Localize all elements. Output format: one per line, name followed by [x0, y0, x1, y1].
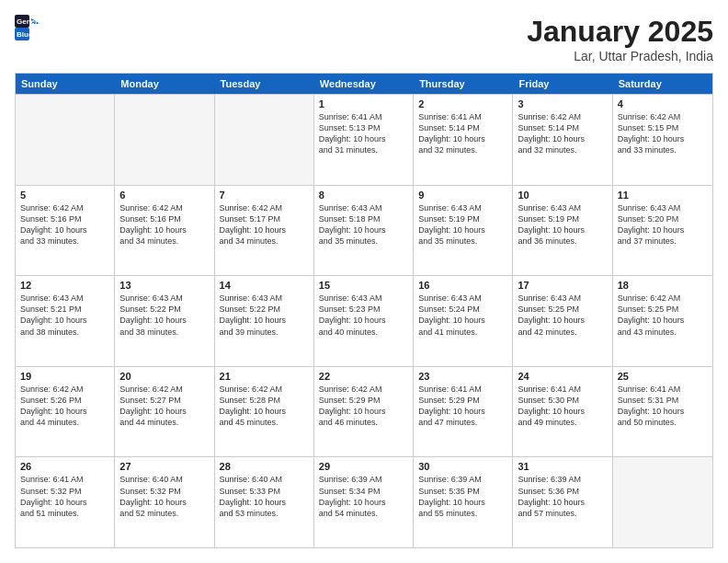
day-info: Sunrise: 6:43 AM Sunset: 5:23 PM Dayligh…	[319, 293, 408, 338]
day-number: 29	[319, 461, 408, 472]
day-info: Sunrise: 6:42 AM Sunset: 5:26 PM Dayligh…	[20, 384, 109, 429]
day-number: 10	[518, 190, 607, 201]
day-number: 30	[418, 461, 507, 472]
day-info: Sunrise: 6:41 AM Sunset: 5:32 PM Dayligh…	[20, 474, 109, 519]
day-info: Sunrise: 6:42 AM Sunset: 5:25 PM Dayligh…	[618, 293, 708, 338]
day-info: Sunrise: 6:43 AM Sunset: 5:21 PM Dayligh…	[20, 293, 109, 338]
day-info: Sunrise: 6:43 AM Sunset: 5:22 PM Dayligh…	[220, 293, 309, 338]
day-cell-15: 15Sunrise: 6:43 AM Sunset: 5:23 PM Dayli…	[314, 276, 414, 366]
day-cell-16: 16Sunrise: 6:43 AM Sunset: 5:24 PM Dayli…	[414, 276, 513, 366]
day-number: 8	[319, 190, 408, 201]
day-cell-20: 20Sunrise: 6:42 AM Sunset: 5:27 PM Dayli…	[115, 367, 214, 457]
day-number: 18	[618, 280, 708, 291]
day-number: 17	[518, 280, 607, 291]
day-info: Sunrise: 6:41 AM Sunset: 5:30 PM Dayligh…	[518, 384, 607, 429]
day-number: 23	[418, 371, 507, 382]
header-day-tuesday: Tuesday	[215, 74, 314, 94]
day-cell-11: 11Sunrise: 6:43 AM Sunset: 5:20 PM Dayli…	[613, 186, 712, 276]
day-number: 1	[319, 98, 408, 109]
day-cell-7: 7Sunrise: 6:42 AM Sunset: 5:17 PM Daylig…	[215, 186, 314, 276]
day-number: 27	[119, 461, 209, 472]
day-info: Sunrise: 6:43 AM Sunset: 5:19 PM Dayligh…	[518, 202, 607, 247]
day-info: Sunrise: 6:41 AM Sunset: 5:29 PM Dayligh…	[418, 384, 507, 429]
day-cell-6: 6Sunrise: 6:42 AM Sunset: 5:16 PM Daylig…	[115, 186, 214, 276]
calendar: SundayMondayTuesdayWednesdayThursdayFrid…	[15, 73, 713, 548]
day-info: Sunrise: 6:42 AM Sunset: 5:16 PM Dayligh…	[20, 202, 109, 247]
day-info: Sunrise: 6:42 AM Sunset: 5:15 PM Dayligh…	[618, 111, 708, 156]
svg-text:General: General	[17, 17, 44, 26]
day-info: Sunrise: 6:43 AM Sunset: 5:19 PM Dayligh…	[418, 202, 507, 247]
month-title: January 2025	[527, 15, 713, 49]
day-cell-10: 10Sunrise: 6:43 AM Sunset: 5:19 PM Dayli…	[513, 186, 612, 276]
day-info: Sunrise: 6:42 AM Sunset: 5:28 PM Dayligh…	[220, 384, 309, 429]
header-day-monday: Monday	[115, 74, 214, 94]
day-cell-25: 25Sunrise: 6:41 AM Sunset: 5:31 PM Dayli…	[613, 367, 712, 457]
day-info: Sunrise: 6:43 AM Sunset: 5:18 PM Dayligh…	[319, 202, 408, 247]
day-cell-13: 13Sunrise: 6:43 AM Sunset: 5:22 PM Dayli…	[115, 276, 214, 366]
calendar-body: 1Sunrise: 6:41 AM Sunset: 5:13 PM Daylig…	[16, 94, 712, 547]
day-cell-2: 2Sunrise: 6:41 AM Sunset: 5:14 PM Daylig…	[414, 95, 513, 185]
day-number: 5	[20, 190, 109, 201]
day-number: 15	[319, 280, 408, 291]
day-number: 4	[618, 98, 708, 109]
day-info: Sunrise: 6:43 AM Sunset: 5:25 PM Dayligh…	[518, 293, 607, 338]
day-info: Sunrise: 6:39 AM Sunset: 5:35 PM Dayligh…	[418, 474, 507, 519]
empty-cell	[215, 95, 314, 185]
day-number: 14	[220, 280, 309, 291]
day-cell-4: 4Sunrise: 6:42 AM Sunset: 5:15 PM Daylig…	[613, 95, 712, 185]
day-info: Sunrise: 6:42 AM Sunset: 5:17 PM Dayligh…	[220, 202, 309, 247]
day-number: 16	[418, 280, 507, 291]
day-number: 9	[418, 190, 507, 201]
day-info: Sunrise: 6:41 AM Sunset: 5:31 PM Dayligh…	[618, 384, 708, 429]
day-cell-17: 17Sunrise: 6:43 AM Sunset: 5:25 PM Dayli…	[513, 276, 612, 366]
day-cell-28: 28Sunrise: 6:40 AM Sunset: 5:33 PM Dayli…	[215, 457, 314, 547]
day-cell-23: 23Sunrise: 6:41 AM Sunset: 5:29 PM Dayli…	[414, 367, 513, 457]
calendar-week-4: 19Sunrise: 6:42 AM Sunset: 5:26 PM Dayli…	[16, 366, 712, 457]
day-cell-26: 26Sunrise: 6:41 AM Sunset: 5:32 PM Dayli…	[16, 457, 115, 547]
day-number: 31	[518, 461, 607, 472]
day-info: Sunrise: 6:41 AM Sunset: 5:13 PM Dayligh…	[319, 111, 408, 156]
day-info: Sunrise: 6:40 AM Sunset: 5:32 PM Dayligh…	[119, 474, 209, 519]
day-info: Sunrise: 6:42 AM Sunset: 5:14 PM Dayligh…	[518, 111, 607, 156]
day-info: Sunrise: 6:39 AM Sunset: 5:36 PM Dayligh…	[518, 474, 607, 519]
empty-cell	[613, 457, 712, 547]
day-number: 19	[20, 371, 109, 382]
day-cell-30: 30Sunrise: 6:39 AM Sunset: 5:35 PM Dayli…	[414, 457, 513, 547]
day-info: Sunrise: 6:39 AM Sunset: 5:34 PM Dayligh…	[319, 474, 408, 519]
day-number: 21	[220, 371, 309, 382]
day-info: Sunrise: 6:43 AM Sunset: 5:24 PM Dayligh…	[418, 293, 507, 338]
day-info: Sunrise: 6:40 AM Sunset: 5:33 PM Dayligh…	[220, 474, 309, 519]
svg-text:Blue: Blue	[17, 30, 33, 39]
day-number: 24	[518, 371, 607, 382]
day-cell-18: 18Sunrise: 6:42 AM Sunset: 5:25 PM Dayli…	[613, 276, 712, 366]
day-number: 7	[220, 190, 309, 201]
day-info: Sunrise: 6:43 AM Sunset: 5:22 PM Dayligh…	[119, 293, 209, 338]
day-cell-1: 1Sunrise: 6:41 AM Sunset: 5:13 PM Daylig…	[314, 95, 414, 185]
day-info: Sunrise: 6:43 AM Sunset: 5:20 PM Dayligh…	[618, 202, 708, 247]
calendar-week-3: 12Sunrise: 6:43 AM Sunset: 5:21 PM Dayli…	[16, 275, 712, 366]
day-number: 2	[418, 98, 507, 109]
header-day-wednesday: Wednesday	[314, 74, 414, 94]
day-info: Sunrise: 6:42 AM Sunset: 5:27 PM Dayligh…	[119, 384, 209, 429]
day-cell-19: 19Sunrise: 6:42 AM Sunset: 5:26 PM Dayli…	[16, 367, 115, 457]
page: GeneralBlue January 2025 Lar, Uttar Prad…	[0, 0, 728, 563]
day-number: 6	[119, 190, 209, 201]
day-number: 26	[20, 461, 109, 472]
header-day-saturday: Saturday	[613, 74, 712, 94]
day-number: 13	[119, 280, 209, 291]
title-block: January 2025 Lar, Uttar Pradesh, India	[527, 15, 713, 63]
calendar-week-2: 5Sunrise: 6:42 AM Sunset: 5:16 PM Daylig…	[16, 185, 712, 276]
day-cell-14: 14Sunrise: 6:43 AM Sunset: 5:22 PM Dayli…	[215, 276, 314, 366]
day-info: Sunrise: 6:42 AM Sunset: 5:29 PM Dayligh…	[319, 384, 408, 429]
day-number: 25	[618, 371, 708, 382]
header-day-thursday: Thursday	[414, 74, 513, 94]
day-cell-27: 27Sunrise: 6:40 AM Sunset: 5:32 PM Dayli…	[115, 457, 214, 547]
day-number: 20	[119, 371, 209, 382]
calendar-header: SundayMondayTuesdayWednesdayThursdayFrid…	[16, 74, 712, 94]
header-day-sunday: Sunday	[16, 74, 115, 94]
day-cell-24: 24Sunrise: 6:41 AM Sunset: 5:30 PM Dayli…	[513, 367, 612, 457]
day-number: 22	[319, 371, 408, 382]
logo-svg: GeneralBlue	[15, 15, 48, 40]
day-number: 11	[618, 190, 708, 201]
empty-cell	[16, 95, 115, 185]
